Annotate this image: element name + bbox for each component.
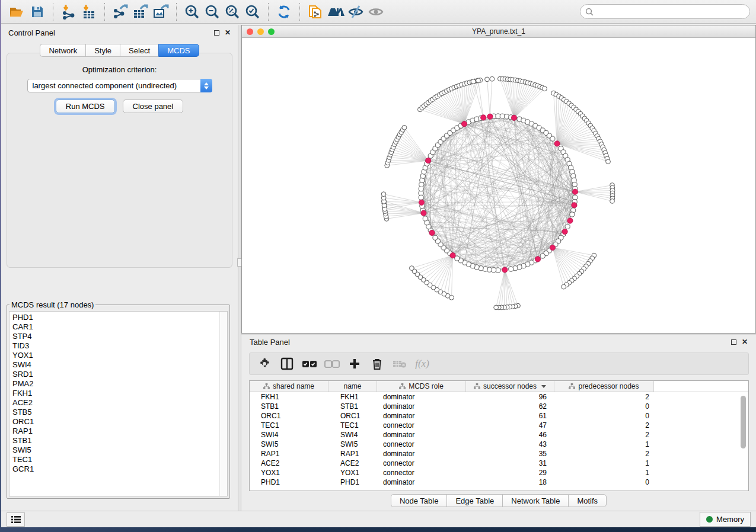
mcds-graph-node[interactable] [419, 200, 424, 205]
memory-button[interactable]: Memory [700, 512, 751, 527]
graph-node[interactable] [494, 305, 499, 310]
tab-node-table[interactable]: Node Table [391, 494, 447, 507]
column-header-MCDS-role[interactable]: MCDS role [377, 381, 466, 392]
graph-node[interactable] [550, 136, 555, 141]
table-row[interactable]: SWI4SWI4dominator462 [250, 430, 748, 440]
run-mcds-button[interactable]: Run MCDS [56, 100, 115, 113]
mcds-result-item[interactable]: STB5 [12, 408, 227, 417]
float-panel-icon[interactable] [214, 30, 219, 36]
mcds-graph-node[interactable] [429, 230, 435, 235]
column-header-predecessor-nodes[interactable]: predecessor nodes [554, 381, 654, 392]
graph-node[interactable] [565, 224, 570, 229]
mcds-graph-node[interactable] [461, 121, 467, 127]
close-panel-icon[interactable]: ✕ [225, 29, 231, 36]
mcds-result-item[interactable]: SWI5 [12, 446, 227, 455]
table-scrollbar-thumb[interactable] [741, 396, 746, 448]
mcds-result-item[interactable]: TID3 [12, 341, 227, 351]
table-settings-gear-icon[interactable] [256, 355, 273, 372]
graph-node[interactable] [509, 267, 513, 271]
mcds-graph-node[interactable] [511, 115, 516, 120]
graph-node[interactable] [485, 77, 490, 82]
graph-node[interactable] [540, 254, 545, 258]
mcds-graph-node[interactable] [502, 267, 508, 273]
save-session-icon[interactable] [27, 3, 47, 21]
mcds-result-item[interactable]: ORC1 [12, 417, 227, 427]
mcds-graph-node[interactable] [554, 141, 560, 146]
graph-node[interactable] [562, 284, 566, 289]
float-table-panel-icon[interactable] [731, 339, 736, 345]
tab-style[interactable]: Style [85, 44, 120, 57]
graph-node[interactable] [610, 199, 615, 204]
table-row[interactable]: SWI5SWI5connector431 [250, 440, 748, 449]
import-table-icon[interactable] [79, 3, 99, 21]
search-box[interactable] [580, 4, 750, 19]
close-table-panel-icon[interactable]: ✕ [742, 338, 748, 345]
function-builder-icon[interactable]: f(x) [413, 355, 431, 372]
graph-node[interactable] [381, 192, 386, 197]
column-header-shared-name[interactable]: shared name [250, 381, 328, 392]
clone-network-icon[interactable] [305, 3, 326, 21]
network-graph[interactable] [242, 38, 755, 333]
mcds-result-item[interactable]: TEC1 [12, 455, 227, 464]
mcds-graph-node[interactable] [550, 245, 555, 250]
column-header-successor-nodes[interactable]: successor nodes [466, 381, 554, 392]
table-row[interactable]: FKH1FKH1dominator962 [250, 392, 748, 402]
close-panel-button[interactable]: Close panel [123, 100, 184, 113]
mcds-result-item[interactable]: CAR1 [12, 322, 227, 332]
mcds-result-item[interactable]: RAP1 [12, 427, 227, 436]
graph-node[interactable] [606, 159, 611, 164]
table-row[interactable]: YOX1YOX1connector291 [250, 468, 748, 477]
show-columns-icon[interactable] [278, 355, 296, 372]
graph-node[interactable] [490, 76, 495, 81]
table-row[interactable]: RAP1RAP1dominator352 [250, 449, 748, 459]
mcds-graph-node[interactable] [562, 229, 567, 234]
tab-select[interactable]: Select [120, 44, 158, 57]
graph-node[interactable] [570, 212, 575, 217]
table-row[interactable]: ORC1ORC1dominator610 [250, 411, 748, 421]
mcds-result-item[interactable]: STB1 [12, 436, 227, 446]
tab-motifs[interactable]: Motifs [568, 494, 607, 507]
add-column-icon[interactable] [346, 355, 363, 372]
task-history-button[interactable] [7, 512, 25, 527]
network-window-titlebar[interactable]: YPA_prune.txt_1 [242, 25, 755, 38]
zoom-out-icon[interactable] [202, 3, 222, 21]
import-network-icon[interactable] [59, 3, 79, 21]
delete-column-icon[interactable] [368, 355, 386, 372]
graph-node[interactable] [402, 125, 407, 130]
zoom-selected-icon[interactable] [243, 3, 263, 21]
zoom-in-icon[interactable] [182, 3, 202, 21]
export-table-icon[interactable] [130, 3, 151, 21]
graph-node[interactable] [433, 235, 438, 240]
mcds-graph-node[interactable] [567, 218, 573, 223]
tab-mcds[interactable]: MCDS [158, 44, 199, 57]
delete-table-icon[interactable] [391, 355, 409, 372]
mcds-graph-node[interactable] [481, 115, 486, 120]
mcds-result-item[interactable]: PHD1 [12, 313, 227, 322]
mcds-graph-node[interactable] [421, 210, 426, 216]
mcds-graph-node[interactable] [487, 114, 493, 119]
mcds-result-item[interactable]: PMA2 [12, 379, 227, 389]
list-scrollbar-track[interactable] [219, 312, 227, 496]
column-header-name[interactable]: name [328, 381, 377, 392]
export-image-icon[interactable] [151, 3, 171, 21]
mcds-graph-node[interactable] [572, 203, 577, 208]
refresh-icon[interactable] [274, 3, 294, 21]
mcds-result-item[interactable]: FKH1 [12, 389, 227, 398]
mcds-result-item[interactable]: STP4 [12, 332, 227, 341]
graph-node[interactable] [476, 78, 481, 83]
graph-node[interactable] [423, 216, 428, 221]
zoom-fit-icon[interactable] [222, 3, 243, 21]
mcds-result-item[interactable]: YOX1 [12, 351, 227, 360]
search-input[interactable] [594, 8, 745, 16]
graph-node[interactable] [409, 266, 414, 271]
tab-network-table[interactable]: Network Table [502, 494, 568, 507]
show-all-icon[interactable] [366, 3, 386, 21]
mcds-graph-node[interactable] [572, 189, 578, 194]
mcds-graph-node[interactable] [450, 253, 455, 258]
graph-node[interactable] [419, 195, 423, 200]
mcds-result-list[interactable]: PHD1CAR1STP4TID3YOX1SWI4SRD1PMA2FKH1ACE2… [9, 311, 228, 496]
mcds-graph-node[interactable] [535, 257, 540, 262]
mcds-result-item[interactable]: SWI4 [12, 360, 227, 370]
open-session-icon[interactable] [7, 3, 27, 21]
tab-edge-table[interactable]: Edge Table [446, 494, 502, 507]
